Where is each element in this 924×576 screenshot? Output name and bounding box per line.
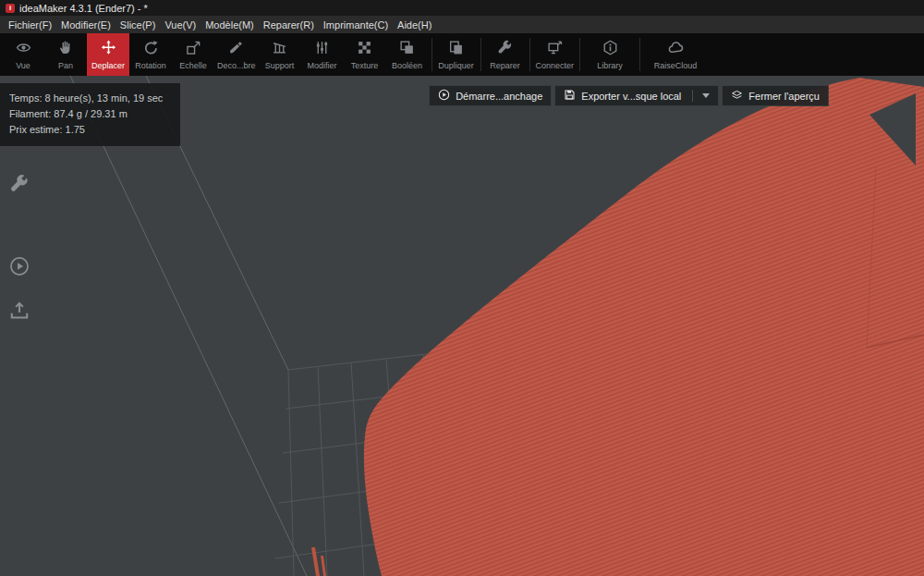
tool-reparer[interactable]: Reparer	[484, 33, 527, 76]
tool-label: Rotation	[132, 61, 169, 70]
texture-icon	[357, 40, 372, 59]
start-slice-button[interactable]	[9, 256, 30, 280]
title-bar: i ideaMaker 4.3.1 (Ender7) - *	[0, 0, 924, 16]
tool-pan[interactable]: Pan	[44, 33, 87, 76]
toolbar-divider	[480, 38, 481, 71]
tool-modifier[interactable]: Modifier	[301, 33, 344, 76]
wrench-icon	[497, 40, 513, 59]
app-window: i ideaMaker 4.3.1 (Ender7) - * Fichier(F…	[0, 0, 924, 576]
dropdown-caret-icon[interactable]	[702, 93, 710, 98]
tool-label: Booléen	[389, 61, 425, 70]
tool-label: Support	[262, 61, 298, 70]
menu-bar: Fichier(F) Modifier(E) Slice(P) Vue(V) M…	[0, 16, 924, 33]
close-preview-button[interactable]: Fermer l'aperçu	[722, 85, 829, 106]
connect-icon	[547, 40, 563, 59]
library-icon	[602, 40, 618, 59]
eye-icon	[16, 40, 31, 59]
model-body	[364, 78, 924, 576]
tool-label: Vue	[13, 61, 33, 70]
preview-actions-bar: Démarre...anchage Exporter v...sque loca…	[429, 85, 829, 106]
export-label: Exporter v...sque local	[581, 91, 681, 102]
tool-echelle[interactable]: Echelle	[172, 33, 214, 76]
estimate-filament: Filament: 87.4 g / 29.31 m	[9, 106, 169, 122]
tool-rotation[interactable]: Rotation	[129, 33, 172, 76]
tool-deplacer[interactable]: Deplacer	[87, 33, 129, 76]
toolbar-divider	[639, 38, 640, 71]
boolean-icon	[399, 40, 415, 59]
tool-dupliquer[interactable]: Dupliquer	[435, 33, 478, 76]
move-icon	[101, 40, 116, 59]
sliders-icon	[314, 40, 330, 59]
toolbar-divider	[432, 38, 432, 71]
main-toolbar: Vue Pan Deplacer Rotation Echelle Deco..…	[0, 33, 924, 76]
export-local-disk-button[interactable]: Exporter v...sque local	[554, 85, 719, 106]
menu-reparer[interactable]: Reparer(R)	[259, 19, 319, 31]
tool-label: Deco...bre	[214, 61, 259, 70]
tool-label: Reparer	[487, 61, 523, 70]
menu-modifier[interactable]: Modifier(E)	[56, 19, 116, 31]
export-upload-button[interactable]	[9, 300, 30, 325]
freecut-icon	[228, 40, 244, 59]
button-separator	[692, 90, 693, 102]
tool-booleen[interactable]: Booléen	[386, 33, 429, 76]
play-circle-icon	[438, 89, 450, 103]
cloud-icon	[668, 40, 684, 59]
menu-modele[interactable]: Modèle(M)	[201, 19, 259, 31]
start-print-button[interactable]: Démarre...anchage	[429, 85, 552, 106]
scale-icon	[186, 40, 201, 59]
window-title: ideaMaker 4.3.1 (Ender7) - *	[19, 3, 148, 14]
menu-aide[interactable]: Aide(H)	[393, 19, 436, 31]
close-preview-icon	[731, 89, 743, 103]
scene-canvas	[0, 76, 924, 576]
save-disk-icon	[564, 89, 576, 103]
model-preview	[311, 78, 924, 576]
app-logo-icon: i	[6, 4, 15, 13]
tool-connecter[interactable]: Connecter	[533, 33, 578, 76]
tool-label: Connecter	[533, 61, 578, 70]
toolbar-divider	[529, 38, 530, 71]
estimate-price: Prix estime: 1.75	[9, 122, 169, 138]
settings-wrench-button[interactable]	[9, 174, 30, 198]
print-estimate-panel: Temps: 8 heure(s), 13 min, 19 sec Filame…	[0, 83, 180, 146]
support-icon	[272, 40, 287, 59]
tool-label: Library	[594, 61, 626, 70]
tool-label: Deplacer	[89, 61, 128, 70]
wrench-icon	[9, 181, 30, 197]
tool-label: Texture	[348, 61, 382, 70]
menu-fichier[interactable]: Fichier(F)	[4, 19, 56, 31]
tool-support[interactable]: Support	[259, 33, 301, 76]
toolbar-divider	[579, 38, 580, 71]
tool-label: Echelle	[176, 61, 210, 70]
start-print-label: Démarre...anchage	[456, 91, 542, 102]
hand-icon	[58, 40, 74, 59]
build-volume-edges	[70, 76, 307, 576]
menu-vue[interactable]: Vue(V)	[160, 19, 201, 31]
tool-library[interactable]: Library	[583, 33, 637, 76]
tool-label: Modifier	[305, 61, 340, 70]
close-preview-label: Fermer l'aperçu	[748, 91, 820, 102]
tool-texture[interactable]: Texture	[344, 33, 386, 76]
tool-label: RaiseCloud	[651, 61, 700, 70]
viewport-3d[interactable]: Temps: 8 heure(s), 13 min, 19 sec Filame…	[0, 76, 924, 576]
play-circle-icon	[9, 263, 30, 279]
estimate-time: Temps: 8 heure(s), 13 min, 19 sec	[9, 91, 169, 106]
tool-vue[interactable]: Vue	[2, 33, 44, 76]
tool-decoupe-libre[interactable]: Deco...bre	[214, 33, 259, 76]
menu-slice[interactable]: Slice(P)	[116, 19, 161, 31]
tool-raisecloud[interactable]: RaiseCloud	[643, 33, 708, 76]
tool-label: Dupliquer	[435, 61, 477, 70]
tool-label: Pan	[55, 61, 76, 70]
duplicate-icon	[448, 40, 464, 59]
upload-icon	[9, 308, 30, 324]
menu-imprimante[interactable]: Imprimante(C)	[319, 19, 393, 31]
rotate-icon	[143, 40, 159, 59]
